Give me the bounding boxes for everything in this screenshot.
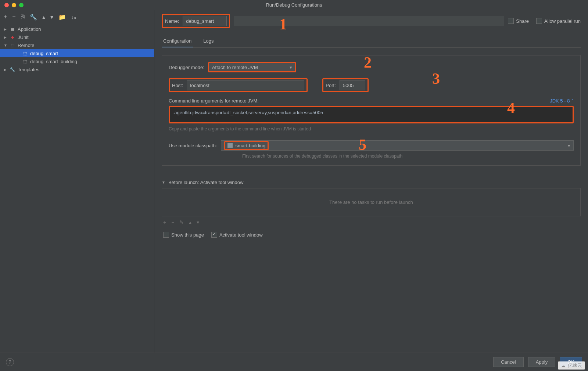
folder-button[interactable]: 📁 — [58, 14, 66, 21]
task-up-button[interactable]: ▴ — [189, 219, 191, 225]
collapse-arrow-icon: ▼ — [4, 43, 7, 47]
tree-label: Templates — [18, 67, 39, 72]
tree-item-junit[interactable]: ▶ ◆ JUnit — [0, 33, 154, 41]
copy-config-button[interactable]: ⎘ — [21, 14, 25, 20]
move-down-button[interactable]: ▾ — [50, 14, 53, 21]
add-task-button[interactable]: + — [163, 219, 166, 225]
sidebar-toolbar: + − ⎘ 🔧 ▴ ▾ 📁 ↓ₐ — [0, 10, 154, 24]
remove-config-button[interactable]: − — [12, 14, 15, 20]
tree-item-application[interactable]: ▶ ▦ Application — [0, 25, 154, 33]
show-page-checkbox[interactable]: Show this page — [163, 232, 204, 238]
tasks-list: There are no tasks to run before launch — [162, 188, 581, 216]
tab-configuration[interactable]: Configuration — [162, 35, 193, 47]
module-icon — [227, 143, 233, 148]
task-down-button[interactable]: ▾ — [197, 219, 199, 225]
junit-icon: ◆ — [10, 34, 15, 40]
tree-item-templates[interactable]: ▶ 🔧 Templates — [0, 65, 154, 73]
host-label: Host: — [172, 83, 183, 88]
module-label: Use module classpath: — [169, 143, 217, 148]
dialog-footer: ? Cancel Apply OK — [0, 353, 588, 371]
name-label: Name: — [165, 18, 179, 24]
move-up-button[interactable]: ▴ — [42, 14, 45, 21]
edit-task-button[interactable]: ✎ — [179, 219, 184, 225]
jdk-version-dropdown[interactable]: JDK 5 - 8 ˅ — [550, 98, 574, 104]
remote-config-icon: ⬚ — [22, 58, 28, 64]
cancel-button[interactable]: Cancel — [493, 357, 523, 367]
apply-button[interactable]: Apply — [528, 357, 556, 367]
tree-label: debug_smart — [30, 51, 58, 56]
module-hint: First search for sources of the debugged… — [242, 154, 404, 159]
window-title: Run/Debug Configurations — [266, 2, 322, 8]
cmd-hint: Copy and paste the arguments to the comm… — [169, 126, 574, 132]
tree-label: Application — [18, 26, 41, 32]
host-input[interactable] — [187, 80, 304, 90]
port-input[interactable] — [340, 80, 365, 90]
minimize-window-button[interactable] — [12, 3, 16, 7]
titlebar: Run/Debug Configurations — [0, 0, 588, 10]
module-classpath-select[interactable]: smart-building — [221, 140, 574, 151]
remove-task-button[interactable]: − — [171, 219, 174, 225]
expand-arrow-icon: ▶ — [4, 27, 7, 31]
help-button[interactable]: ? — [6, 358, 14, 366]
activate-tool-window-checkbox[interactable]: Activate tool window — [211, 232, 263, 238]
name-input[interactable] — [183, 16, 227, 26]
remote-icon: ⬚ — [10, 42, 15, 48]
cmd-label: Command line arguments for remote JVM: — [169, 98, 259, 104]
share-checkbox[interactable]: Share — [508, 18, 529, 24]
port-label: Port: — [326, 83, 336, 88]
collapse-arrow-icon: ▼ — [162, 180, 165, 184]
maximize-window-button[interactable] — [19, 3, 24, 7]
before-launch-title: Before launch: Activate tool window — [168, 180, 244, 185]
cloud-icon: ☁ — [561, 363, 566, 368]
tree-label: debug_smart_building — [30, 59, 77, 64]
debugger-mode-select[interactable]: Attach to remote JVM — [208, 62, 296, 72]
add-config-button[interactable]: + — [4, 14, 7, 20]
tab-logs[interactable]: Logs — [202, 35, 215, 47]
templates-icon: 🔧 — [10, 66, 15, 72]
tree-label: Remote — [18, 43, 35, 48]
close-window-button[interactable] — [4, 3, 9, 7]
config-tree: ▶ ▦ Application ▶ ◆ JUnit ▼ ⬚ Remote ⬚ d… — [0, 24, 154, 73]
before-launch-header[interactable]: ▼ Before launch: Activate tool window — [162, 177, 581, 188]
expand-arrow-icon: ▶ — [4, 35, 7, 39]
tree-label: JUnit — [18, 35, 29, 40]
sidebar: + − ⎘ 🔧 ▴ ▾ 📁 ↓ₐ ▶ ▦ Application ▶ ◆ JUn… — [0, 10, 154, 353]
expand-arrow-icon: ▶ — [4, 68, 7, 72]
tree-item-remote[interactable]: ▼ ⬚ Remote — [0, 41, 154, 49]
tree-item-debug-smart[interactable]: ⬚ debug_smart — [0, 49, 154, 57]
config-panel: Name: Share Allow parallel run Configura… — [154, 10, 588, 353]
parallel-run-checkbox[interactable]: Allow parallel run — [536, 18, 581, 24]
watermark: ☁ 亿速云 — [558, 361, 585, 370]
tree-item-debug-smart-building[interactable]: ⬚ debug_smart_building — [0, 57, 154, 65]
name-input-extended[interactable] — [234, 16, 504, 26]
application-icon: ▦ — [10, 26, 15, 32]
debugger-mode-label: Debugger mode: — [169, 65, 204, 70]
edit-config-button[interactable]: 🔧 — [30, 14, 37, 21]
sort-button[interactable]: ↓ₐ — [71, 14, 76, 21]
cmd-args-box[interactable]: -agentlib:jdwp=transport=dt_socket,serve… — [169, 106, 574, 123]
remote-config-icon: ⬚ — [22, 50, 28, 56]
